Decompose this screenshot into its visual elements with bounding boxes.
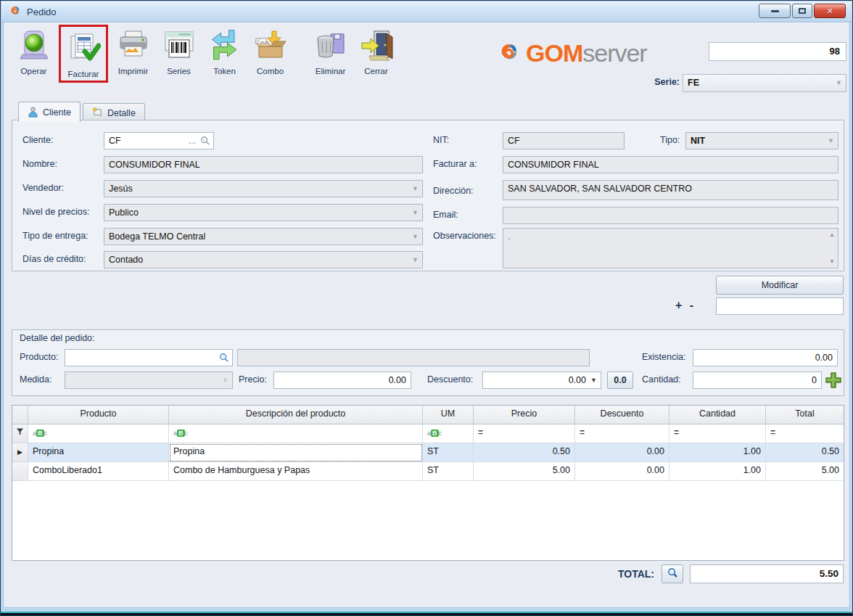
vendedor-combobox[interactable]: Jesús ▼ — [104, 180, 423, 197]
filter-cell-descripcion[interactable]: aBc — [169, 424, 423, 443]
series-label: Series — [167, 67, 191, 75]
cell-descuento[interactable]: 0.00 — [575, 443, 669, 462]
imprimir-button[interactable]: Imprimir — [110, 25, 156, 75]
filter-cell-total[interactable]: = — [766, 424, 844, 443]
series-button[interactable]: Series — [156, 25, 202, 75]
operar-button[interactable]: Operar — [11, 25, 57, 75]
filter-cell-cantidad[interactable]: = — [669, 424, 766, 443]
serie-value: FE — [688, 78, 699, 88]
facturar-label: Facturar — [68, 70, 99, 78]
descuento-combobox[interactable]: 0.00 ▼ — [482, 371, 601, 389]
descuento-label: Descuento: — [427, 374, 473, 385]
nit-field[interactable]: CF — [503, 132, 625, 149]
tab-cliente-label: Cliente — [43, 107, 71, 118]
document-number-field[interactable]: 98 — [709, 42, 846, 61]
medida-combobox[interactable]: ▼ — [65, 371, 233, 389]
facturar-a-label: Facturar a: — [433, 159, 477, 169]
quantity-adjust-input[interactable] — [716, 297, 844, 315]
observaciones-field[interactable]: . ▲ ▼ — [503, 228, 838, 268]
tab-cliente[interactable]: Cliente — [18, 102, 81, 122]
cell-producto[interactable]: Propina — [28, 443, 169, 462]
nivel-precios-combobox[interactable]: Publico ▼ — [104, 204, 423, 221]
modificar-button[interactable]: Modificar — [716, 276, 844, 295]
trash-diskette-icon — [313, 28, 348, 63]
search-icon[interactable] — [200, 136, 210, 146]
cell-cantidad[interactable]: 1.00 — [669, 462, 766, 481]
token-button[interactable]: Token — [202, 25, 247, 75]
search-icon[interactable] — [219, 353, 229, 363]
chevron-down-icon: ▼ — [222, 377, 228, 384]
producto-input[interactable] — [65, 349, 233, 366]
search-icon — [667, 567, 678, 578]
combo-button[interactable]: Combo — [247, 25, 293, 75]
cell-total[interactable]: 0.50 — [766, 443, 844, 462]
eliminar-button[interactable]: Eliminar — [308, 25, 353, 75]
filter-cell-producto[interactable]: aBc — [28, 424, 169, 443]
client-form-panel: Cliente: CF ... Nombre: CONSUMIDOR FINAL… — [12, 120, 844, 271]
facturar-a-field[interactable]: CONSUMIDOR FINAL — [503, 156, 838, 173]
direccion-field[interactable]: SAN SALVADOR, SAN SALVADOR CENTRO — [503, 180, 838, 200]
cliente-field[interactable]: CF ... — [104, 132, 214, 149]
tipo-entrega-combobox[interactable]: Bodega TELMO Central ▼ — [104, 228, 423, 245]
ellipsis-button[interactable]: ... — [189, 136, 196, 146]
traffic-light-icon — [17, 28, 51, 63]
total-field: 5.50 — [690, 564, 844, 583]
descuento-cero-button[interactable]: 0.0 — [607, 371, 633, 389]
descuento-value: 0.00 — [569, 375, 586, 385]
cell-descripcion[interactable]: Combo de Hamburguesa y Papas — [169, 462, 423, 481]
equals-filter-icon: = — [674, 427, 679, 438]
cell-precio[interactable]: 0.50 — [474, 443, 575, 462]
dias-credito-combobox[interactable]: Contado ▼ — [104, 251, 423, 268]
column-header-cantidad[interactable]: Cantidad — [669, 406, 766, 424]
filter-cell-um[interactable]: aBc — [423, 424, 474, 443]
serie-label: Serie: — [623, 77, 680, 87]
nombre-field[interactable]: CONSUMIDOR FINAL — [104, 156, 423, 173]
cell-producto[interactable]: ComboLiberado1 — [28, 462, 169, 481]
close-button[interactable]: ✕ — [814, 4, 846, 18]
filter-cell-precio[interactable]: = — [474, 424, 575, 443]
cell-descuento[interactable]: 0.00 — [575, 462, 669, 481]
column-header-um[interactable]: UM — [423, 406, 474, 424]
facturar-button[interactable]: Facturar — [62, 28, 104, 78]
column-header-precio[interactable]: Precio — [474, 406, 575, 424]
window-title: Pedido — [27, 7, 56, 17]
total-label: TOTAL: — [582, 568, 654, 580]
add-item-icon[interactable] — [825, 371, 842, 389]
filter-cell-descuento[interactable]: = — [575, 424, 669, 443]
cell-um[interactable]: ST — [423, 462, 474, 481]
tab-detalle-label: Detalle — [107, 108, 136, 118]
nombre-label: Nombre: — [22, 159, 57, 169]
column-header-producto[interactable]: Producto — [28, 406, 169, 424]
precio-input[interactable]: 0.00 — [273, 371, 411, 389]
facturar-highlight-box: Facturar — [59, 25, 108, 83]
column-header-total[interactable]: Total — [766, 406, 844, 424]
scroll-up-icon[interactable]: ▲ — [829, 231, 835, 238]
maximize-button[interactable] — [792, 4, 812, 18]
cell-cantidad[interactable]: 1.00 — [669, 443, 766, 462]
tipo-combobox[interactable]: NIT ▼ — [685, 132, 838, 149]
observaciones-value: . — [508, 231, 510, 242]
pedido-window: Pedido ✕ Operar — [0, 0, 853, 616]
title-bar[interactable]: Pedido ✕ — [1, 1, 852, 22]
email-field[interactable] — [503, 207, 838, 224]
toolbar: Operar Facturar — [11, 25, 399, 83]
cantidad-input[interactable]: 0 — [693, 371, 822, 389]
cell-um[interactable]: ST — [423, 443, 474, 462]
scroll-down-icon[interactable]: ▼ — [829, 258, 835, 265]
column-header-descuento[interactable]: Descuento — [575, 406, 669, 424]
table-row[interactable]: ▶ Propina Propina ST 0.50 0.00 1.00 0.50 — [12, 443, 844, 462]
header-indicator-cell — [12, 406, 28, 424]
minimize-button[interactable] — [759, 4, 791, 18]
chevron-down-icon: ▼ — [412, 185, 419, 192]
cell-descripcion-focused[interactable]: Propina — [169, 443, 423, 462]
cell-precio[interactable]: 5.00 — [474, 462, 575, 481]
direccion-label: Dirección: — [433, 186, 474, 196]
filter-row-cell[interactable] — [12, 424, 28, 443]
cerrar-button[interactable]: Cerrar — [353, 25, 399, 75]
serie-combobox[interactable]: FE ▼ — [683, 74, 846, 92]
producto-label: Producto: — [20, 352, 59, 362]
total-search-button[interactable] — [662, 564, 683, 583]
table-row[interactable]: ComboLiberado1 Combo de Hamburguesa y Pa… — [12, 462, 844, 481]
cell-total[interactable]: 5.00 — [766, 462, 844, 481]
column-header-descripcion[interactable]: Descripción del producto — [169, 406, 423, 424]
